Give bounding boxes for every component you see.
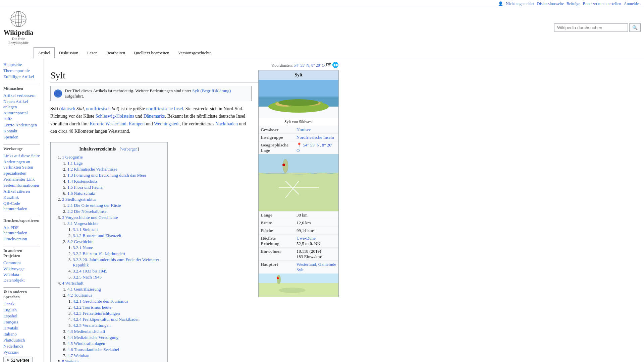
sidebar-item-wikidata[interactable]: Wikidata-Datenobjekt bbox=[3, 272, 40, 283]
svg-rect-16 bbox=[259, 173, 338, 211]
sidebar-item-nederlands[interactable]: Nederlands bbox=[3, 343, 40, 349]
logo-subtitle: Die freie Enzyklopädie bbox=[3, 37, 34, 45]
sidebar-item-hilfe[interactable]: Hilfe bbox=[3, 116, 40, 122]
gear-icon: ⚙ bbox=[3, 290, 7, 294]
disambig-link[interactable]: Sylt (Begriffsklärung) bbox=[192, 88, 231, 93]
toc-item-1-2: 1.2 Klimatische Verhältnisse bbox=[67, 167, 162, 172]
sidebar-item-artikel-zitieren[interactable]: Artikel zitieren bbox=[3, 188, 40, 194]
sidebar-item-wikivoyage[interactable]: Wikivoyage bbox=[3, 266, 40, 272]
infobox-value-einwohner: 18.118 (2019)183 Einw./km² bbox=[294, 248, 338, 261]
tab-bearbeiten[interactable]: Bearbeiten bbox=[102, 47, 129, 58]
sidebar-item-italiano[interactable]: Italiano bbox=[3, 331, 40, 337]
sidebar-werkzeuge: Werkzeuge Links auf diese Seite Änderung… bbox=[3, 146, 40, 212]
sidebar-item-links[interactable]: Links auf diese Seite bbox=[3, 153, 40, 159]
toc-item-3-2-1: 3.2.1 Name bbox=[73, 245, 162, 250]
sidebar-item-dansk[interactable]: Dansk bbox=[3, 301, 40, 307]
toc-item-3-1: 3.1 Vorgeschichte 3.1.1 Steinzeit 3.1.2 … bbox=[67, 221, 162, 238]
create-account-link[interactable]: Benutzerkonto erstellen bbox=[583, 1, 621, 6]
svg-point-26 bbox=[279, 288, 306, 293]
sidebar-item-aenderungen-verlinkten[interactable]: Änderungen an verlinkten Seiten bbox=[3, 159, 40, 170]
sidebar-item-artikel-verbessern[interactable]: Artikel verbessern bbox=[3, 93, 40, 99]
tab-versionsgeschichte[interactable]: Versionsgeschichte bbox=[174, 47, 216, 58]
sidebar-navigation: Hauptseite Themenportale Zufälliger Arti… bbox=[3, 62, 40, 80]
not-logged-in-icon: 👤 bbox=[498, 1, 503, 6]
location-icon: 📍 bbox=[297, 142, 302, 147]
sidebar-title-languages: ⚙ In anderen Sprachen bbox=[3, 290, 40, 300]
infobox-row-hauptort: Hauptort Westerland, Gemeinde Sylt bbox=[259, 261, 338, 274]
sidebar-item-seiteninformationen[interactable]: Seiteninformationen bbox=[3, 182, 40, 188]
infobox-label-flaeche: Fläche bbox=[259, 227, 294, 235]
sidebar-item-spenden[interactable]: Spenden bbox=[3, 134, 40, 140]
toc-title-text: Inhaltsverzeichnis bbox=[79, 146, 116, 152]
sidebar-item-francais[interactable]: Français bbox=[3, 319, 40, 325]
sidebar-item-autorenportal[interactable]: Autorenportal bbox=[3, 110, 40, 116]
sidebar-item-russisch[interactable]: Русский bbox=[3, 349, 40, 355]
svg-text:i: i bbox=[57, 91, 59, 96]
sidebar-item-kurzlink[interactable]: Kurzlink bbox=[3, 194, 40, 200]
sidebar-item-letzte-aenderungen[interactable]: Letzte Änderungen bbox=[3, 122, 40, 128]
sidebar-item-english[interactable]: English bbox=[3, 307, 40, 313]
sidebar-item-zufall[interactable]: Zufälliger Artikel bbox=[3, 74, 40, 80]
tab-lesen[interactable]: Lesen bbox=[83, 47, 102, 58]
search-input[interactable] bbox=[554, 23, 628, 32]
sidebar-item-plattduutsch[interactable]: Plattdüütsch bbox=[3, 337, 40, 343]
toc-toggle[interactable]: Verbergen bbox=[121, 147, 138, 152]
top-bar: 👤 Nicht angemeldet Diskussionsseite Beit… bbox=[0, 0, 644, 8]
tab-diskussion[interactable]: Diskussion bbox=[55, 47, 83, 58]
sidebar-item-hauptseite[interactable]: Hauptseite bbox=[3, 62, 40, 68]
login-link[interactable]: Anmelden bbox=[624, 1, 641, 6]
infobox-label-lage: Geographische Lage bbox=[259, 141, 294, 155]
sidebar-divider-4 bbox=[3, 246, 40, 246]
toc-list: 1 Geografie 1.1 Lage 1.2 Klimatische Ver… bbox=[56, 155, 162, 362]
sidebar-item-espanol[interactable]: Español bbox=[3, 313, 40, 319]
article-bold-sylt: Sylt bbox=[50, 106, 58, 111]
tab-quelltext[interactable]: Quelltext bearbeiten bbox=[129, 47, 174, 58]
infobox-label-gewaesser: Gewässer bbox=[259, 126, 294, 134]
infobox-value-laenge: 38 km bbox=[294, 212, 338, 219]
discussion-link[interactable]: Diskussionsseite bbox=[537, 1, 564, 6]
map-icon: 🗺 bbox=[326, 62, 331, 68]
toc-item-3-2: 3.2 Geschichte 3.2.1 Name 3.2.2 Bis zum … bbox=[67, 239, 162, 280]
svg-point-11 bbox=[278, 99, 319, 106]
infobox-aerial-image bbox=[259, 80, 338, 117]
search-button[interactable]: 🔍 bbox=[629, 23, 641, 32]
sidebar-item-pdf[interactable]: Als PDF herunterladen bbox=[3, 225, 40, 236]
svg-point-25 bbox=[277, 275, 281, 284]
toc-title: Inhaltsverzeichnis [Verbergen] bbox=[56, 146, 162, 152]
sidebar-item-qr[interactable]: QR-Code herunterladen bbox=[3, 200, 40, 212]
toc-item-4-5: 4.5 Windkraftanlagen bbox=[67, 341, 162, 346]
infobox-row-hoechste: Höchste Erhebung Uwe-Düne52,5 m ü. NN bbox=[259, 235, 338, 248]
toc-item-3: 3 Vorgeschichte und Geschichte 3.1 Vorge… bbox=[62, 215, 162, 280]
infobox: Sylt bbox=[258, 70, 339, 297]
toc-item-1-1: 1.1 Lage bbox=[67, 161, 162, 166]
infobox-row-flaeche: Fläche 99,14 km² bbox=[259, 227, 338, 235]
contributions-link[interactable]: Beiträge bbox=[567, 1, 580, 6]
sidebar-item-themenportale[interactable]: Themenportale bbox=[3, 68, 40, 74]
infobox-map-svg bbox=[259, 154, 338, 211]
btn-51-more[interactable]: ✎ 51 weitere bbox=[3, 357, 33, 362]
header: Wikipedia Die freie Enzyklopädie 🔍 bbox=[0, 8, 644, 47]
svg-point-27 bbox=[277, 277, 279, 279]
sidebar-item-hrvatski[interactable]: Hrvatski bbox=[3, 325, 40, 331]
coordinates: Koordinaten: 54° 55′ N, 8° 20′ O 🗺 🌐 bbox=[50, 62, 339, 68]
toc-item-1-5: 1.5 Flora und Fauna bbox=[67, 185, 162, 190]
search-bar: 🔍 bbox=[554, 23, 641, 32]
infobox-label-laenge: Länge bbox=[259, 212, 294, 219]
sidebar-item-commons[interactable]: Commons bbox=[3, 260, 40, 266]
tab-artikel[interactable]: Artikel bbox=[34, 47, 55, 58]
infobox-value-breite: 12,6 km bbox=[294, 219, 338, 227]
sidebar-item-druckversion[interactable]: Druckversion bbox=[3, 236, 40, 242]
content: Koordinaten: 54° 55′ N, 8° 20′ O 🗺 🌐 Syl… bbox=[44, 58, 345, 362]
sidebar-item-spezialseiten[interactable]: Spezialseiten bbox=[3, 170, 40, 176]
toc-sublist-1: 1.1 Lage 1.2 Klimatische Verhältnisse 1.… bbox=[62, 161, 162, 196]
toc-item-2-1: 2.1 Die Orte entlang der Küste bbox=[67, 203, 162, 208]
coordinates-link[interactable]: 54° 55′ N, 8° 20′ O bbox=[294, 63, 325, 68]
infobox-label-breite: Breite bbox=[259, 219, 294, 227]
svg-rect-23 bbox=[259, 274, 338, 284]
not-logged-in-link[interactable]: Nicht angemeldet bbox=[506, 1, 534, 6]
sidebar-item-neuen-artikel[interactable]: Neuen Artikel anlegen bbox=[3, 99, 40, 110]
sidebar-item-kontakt[interactable]: Kontakt bbox=[3, 128, 40, 134]
sidebar-item-permanenter-link[interactable]: Permanenter Link bbox=[3, 176, 40, 182]
toc-item-3-1-2: 3.1.2 Bronze- und Eisenzeit bbox=[73, 233, 162, 238]
toc-sublist-3: 3.1 Vorgeschichte 3.1.1 Steinzeit 3.1.2 … bbox=[62, 221, 162, 280]
